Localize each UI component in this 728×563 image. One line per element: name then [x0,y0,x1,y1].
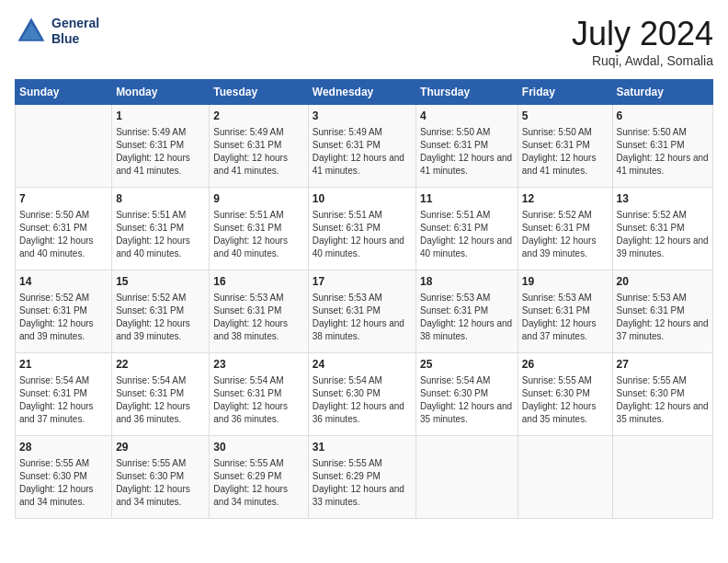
day-number: 12 [522,191,609,207]
calendar-cell: 15Sunrise: 5:52 AMSunset: 6:31 PMDayligh… [112,270,210,353]
day-number: 24 [313,357,412,373]
calendar-cell: 11Sunrise: 5:51 AMSunset: 6:31 PMDayligh… [416,188,518,270]
day-number: 3 [313,109,412,124]
header-cell-friday: Friday [518,80,612,105]
calendar-table: SundayMondayTuesdayWednesdayThursdayFrid… [15,79,713,519]
day-number: 25 [420,357,514,373]
day-number: 6 [617,109,709,124]
calendar-cell: 4Sunrise: 5:50 AMSunset: 6:31 PMDaylight… [416,105,518,188]
day-info: Sunrise: 5:54 AMSunset: 6:31 PMDaylight:… [116,374,205,426]
day-number: 14 [19,274,108,290]
header-cell-tuesday: Tuesday [210,80,308,105]
logo-line2: Blue [51,31,99,47]
calendar-cell: 24Sunrise: 5:54 AMSunset: 6:30 PMDayligh… [308,353,415,436]
day-info: Sunrise: 5:53 AMSunset: 6:31 PMDaylight:… [522,292,609,343]
calendar-cell: 1Sunrise: 5:49 AMSunset: 6:31 PMDaylight… [112,105,210,188]
day-info: Sunrise: 5:53 AMSunset: 6:31 PMDaylight:… [313,292,412,343]
calendar-cell: 31Sunrise: 5:55 AMSunset: 6:29 PMDayligh… [308,436,415,519]
logo-line1: General [51,16,99,31]
calendar-cell: 27Sunrise: 5:55 AMSunset: 6:30 PMDayligh… [612,353,712,436]
calendar-cell: 10Sunrise: 5:51 AMSunset: 6:31 PMDayligh… [308,188,415,270]
week-row-1: 7Sunrise: 5:50 AMSunset: 6:31 PMDaylight… [16,188,713,270]
calendar-cell: 21Sunrise: 5:54 AMSunset: 6:31 PMDayligh… [16,353,112,436]
day-info: Sunrise: 5:55 AMSunset: 6:29 PMDaylight:… [313,457,412,509]
day-number: 26 [522,357,609,373]
day-number: 11 [420,191,514,207]
calendar-header: SundayMondayTuesdayWednesdayThursdayFrid… [16,80,713,105]
calendar-cell [16,105,112,188]
day-number: 15 [116,274,205,290]
logo-text: General Blue [51,16,99,47]
calendar-title: July 2024 [572,15,713,53]
calendar-cell: 25Sunrise: 5:54 AMSunset: 6:30 PMDayligh… [416,353,518,436]
day-number: 18 [420,274,514,290]
calendar-cell: 16Sunrise: 5:53 AMSunset: 6:31 PMDayligh… [210,270,308,353]
calendar-cell: 14Sunrise: 5:52 AMSunset: 6:31 PMDayligh… [16,270,112,353]
day-info: Sunrise: 5:53 AMSunset: 6:31 PMDaylight:… [420,292,514,343]
day-number: 30 [213,440,303,455]
week-row-3: 21Sunrise: 5:54 AMSunset: 6:31 PMDayligh… [16,353,713,436]
day-info: Sunrise: 5:52 AMSunset: 6:31 PMDaylight:… [617,209,709,260]
calendar-subtitle: Ruqi, Awdal, Somalia [572,53,713,68]
page-header: General Blue July 2024 Ruqi, Awdal, Soma… [15,15,713,68]
day-number: 19 [522,274,609,290]
day-info: Sunrise: 5:55 AMSunset: 6:30 PMDaylight:… [617,374,709,426]
calendar-cell: 17Sunrise: 5:53 AMSunset: 6:31 PMDayligh… [308,270,415,353]
calendar-cell: 12Sunrise: 5:52 AMSunset: 6:31 PMDayligh… [518,188,612,270]
calendar-cell: 18Sunrise: 5:53 AMSunset: 6:31 PMDayligh… [416,270,518,353]
day-info: Sunrise: 5:50 AMSunset: 6:31 PMDaylight:… [617,126,709,178]
day-number: 20 [617,274,709,290]
logo-icon [15,15,48,48]
calendar-cell: 30Sunrise: 5:55 AMSunset: 6:29 PMDayligh… [210,436,308,519]
calendar-cell: 29Sunrise: 5:55 AMSunset: 6:30 PMDayligh… [112,436,210,519]
header-cell-sunday: Sunday [16,80,112,105]
day-info: Sunrise: 5:50 AMSunset: 6:31 PMDaylight:… [420,126,514,178]
day-info: Sunrise: 5:55 AMSunset: 6:30 PMDaylight:… [116,457,205,509]
day-info: Sunrise: 5:49 AMSunset: 6:31 PMDaylight:… [116,126,205,178]
logo: General Blue [15,15,99,48]
day-number: 2 [213,109,303,124]
day-info: Sunrise: 5:54 AMSunset: 6:31 PMDaylight:… [19,374,108,426]
calendar-cell: 26Sunrise: 5:55 AMSunset: 6:30 PMDayligh… [518,353,612,436]
title-block: July 2024 Ruqi, Awdal, Somalia [572,15,713,68]
week-row-4: 28Sunrise: 5:55 AMSunset: 6:30 PMDayligh… [16,436,713,519]
day-number: 29 [116,440,205,455]
day-number: 22 [116,357,205,373]
day-info: Sunrise: 5:51 AMSunset: 6:31 PMDaylight:… [213,209,303,260]
calendar-cell: 22Sunrise: 5:54 AMSunset: 6:31 PMDayligh… [112,353,210,436]
calendar-cell: 9Sunrise: 5:51 AMSunset: 6:31 PMDaylight… [210,188,308,270]
week-row-0: 1Sunrise: 5:49 AMSunset: 6:31 PMDaylight… [16,105,713,188]
day-info: Sunrise: 5:55 AMSunset: 6:30 PMDaylight:… [522,374,609,426]
header-cell-wednesday: Wednesday [308,80,415,105]
calendar-cell [518,436,612,519]
calendar-cell: 2Sunrise: 5:49 AMSunset: 6:31 PMDaylight… [210,105,308,188]
day-number: 17 [313,274,412,290]
day-info: Sunrise: 5:49 AMSunset: 6:31 PMDaylight:… [213,126,303,178]
day-number: 5 [522,109,609,124]
day-number: 4 [420,109,514,124]
calendar-cell [612,436,712,519]
day-info: Sunrise: 5:55 AMSunset: 6:30 PMDaylight:… [19,457,108,509]
calendar-cell: 13Sunrise: 5:52 AMSunset: 6:31 PMDayligh… [612,188,712,270]
day-number: 27 [617,357,709,373]
day-info: Sunrise: 5:49 AMSunset: 6:31 PMDaylight:… [313,126,412,178]
header-cell-monday: Monday [112,80,210,105]
day-info: Sunrise: 5:53 AMSunset: 6:31 PMDaylight:… [213,292,303,343]
day-info: Sunrise: 5:55 AMSunset: 6:29 PMDaylight:… [213,457,303,509]
day-info: Sunrise: 5:52 AMSunset: 6:31 PMDaylight:… [522,209,609,260]
day-info: Sunrise: 5:52 AMSunset: 6:31 PMDaylight:… [116,292,205,343]
day-number: 23 [213,357,303,373]
calendar-cell: 28Sunrise: 5:55 AMSunset: 6:30 PMDayligh… [16,436,112,519]
header-cell-saturday: Saturday [612,80,712,105]
day-info: Sunrise: 5:54 AMSunset: 6:30 PMDaylight:… [420,374,514,426]
day-info: Sunrise: 5:54 AMSunset: 6:30 PMDaylight:… [313,374,412,426]
day-number: 13 [617,191,709,207]
day-number: 16 [213,274,303,290]
day-info: Sunrise: 5:53 AMSunset: 6:31 PMDaylight:… [617,292,709,343]
day-number: 1 [116,109,205,124]
calendar-cell: 5Sunrise: 5:50 AMSunset: 6:31 PMDaylight… [518,105,612,188]
day-info: Sunrise: 5:51 AMSunset: 6:31 PMDaylight:… [116,209,205,260]
day-info: Sunrise: 5:50 AMSunset: 6:31 PMDaylight:… [522,126,609,178]
calendar-body: 1Sunrise: 5:49 AMSunset: 6:31 PMDaylight… [16,105,713,519]
day-number: 9 [213,191,303,207]
